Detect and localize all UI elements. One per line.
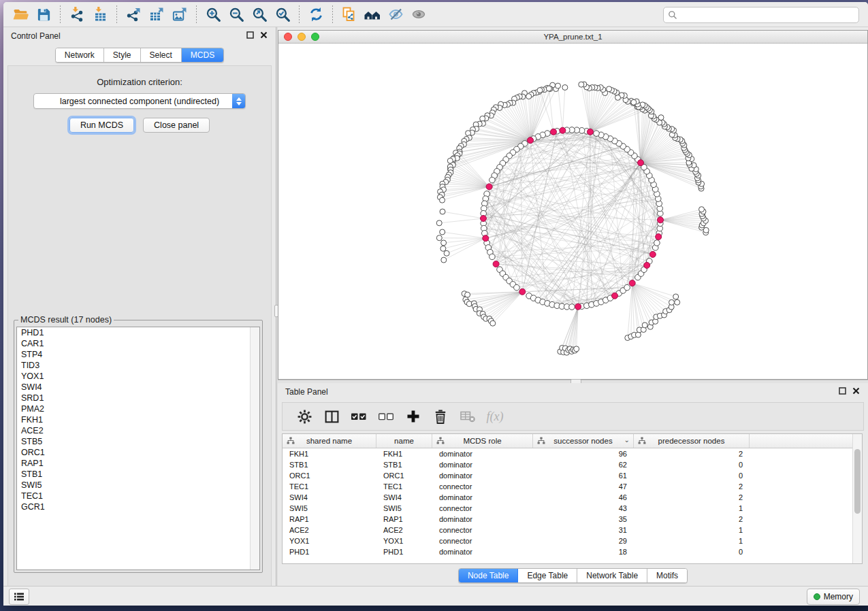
delete-table-button[interactable]	[454, 405, 481, 428]
function-builder-button[interactable]: f(x)	[481, 405, 509, 428]
mcds-result-item[interactable]: STB1	[17, 469, 259, 480]
mcds-result-list[interactable]: PHD1CAR1STP4TID3YOX1SWI4SRD1PMA2FKH1ACE2…	[16, 327, 260, 570]
tab-network[interactable]: Network	[56, 48, 104, 62]
mcds-result-item[interactable]: YOX1	[17, 371, 259, 382]
save-session-button[interactable]	[32, 4, 55, 24]
table-scrollbar[interactable]	[852, 434, 862, 563]
mcds-list-scrollbar[interactable]	[250, 327, 259, 569]
column-header-name[interactable]: name	[376, 434, 432, 448]
column-header-predecessor-nodes[interactable]: predecessor nodes	[634, 434, 750, 448]
column-header-mcds-role[interactable]: MCDS role	[432, 434, 533, 448]
mcds-result-item[interactable]: STB5	[17, 436, 259, 447]
fit-content-button[interactable]	[248, 4, 271, 24]
mcds-result-item[interactable]: TID3	[17, 360, 259, 371]
mcds-result-title: MCDS result (17 nodes)	[18, 315, 114, 325]
tab-select[interactable]: Select	[141, 48, 182, 62]
zoom-in-button[interactable]	[202, 4, 225, 24]
float-panel-icon[interactable]	[839, 387, 846, 395]
close-panel-icon[interactable]	[852, 387, 860, 395]
mcds-result-item[interactable]: PMA2	[17, 403, 259, 414]
table-row[interactable]: TEC1TEC1connector472	[283, 481, 862, 492]
column-settings-button[interactable]	[291, 405, 318, 428]
mcds-result-item[interactable]: PHD1	[17, 327, 259, 338]
tab-mcds[interactable]: MCDS	[182, 48, 223, 62]
cell-mcds-role: dominator	[432, 448, 533, 459]
node-table: shared namenameMCDS rolesuccessor nodes⌄…	[282, 433, 863, 564]
table-row[interactable]: PHD1PHD1dominator180	[283, 546, 862, 557]
table-row[interactable]: RAP1RAP1dominator352	[283, 514, 862, 525]
cell-name: TEC1	[376, 481, 432, 492]
network-window-titlebar[interactable]: YPA_prune.txt_1	[278, 31, 867, 44]
tab-node-table[interactable]: Node Table	[459, 569, 519, 582]
mcds-result-item[interactable]: STP4	[17, 349, 259, 360]
float-panel-icon[interactable]	[246, 31, 254, 39]
zoom-out-button[interactable]	[225, 4, 248, 24]
mcds-result-item[interactable]: SWI5	[17, 480, 259, 491]
table-row[interactable]: ORC1ORC1dominator610	[283, 470, 862, 481]
table-row[interactable]: SWI5SWI5connector431	[283, 503, 862, 514]
delete-table-icon	[460, 410, 476, 423]
mcds-result-item[interactable]: TEC1	[17, 491, 259, 501]
cell-successor-nodes: 29	[533, 535, 634, 546]
export-image-button[interactable]	[168, 4, 191, 24]
show-columns-button[interactable]	[318, 405, 345, 428]
minimize-window-icon[interactable]	[298, 33, 306, 41]
delete-column-button[interactable]	[427, 405, 454, 428]
cell-name: STB1	[376, 459, 432, 470]
eye-slash-icon	[387, 6, 404, 22]
select-all-rows-button[interactable]	[345, 405, 372, 428]
search-input[interactable]	[663, 7, 859, 23]
maximize-window-icon[interactable]	[311, 33, 319, 41]
mcds-result-item[interactable]: RAP1	[17, 458, 259, 469]
table-row[interactable]: FKH1FKH1dominator962	[283, 448, 862, 459]
tab-motifs[interactable]: Motifs	[647, 569, 687, 582]
table-row[interactable]: ACE2ACE2connector311	[283, 525, 862, 535]
mcds-result-item[interactable]: FKH1	[17, 414, 259, 425]
table-header-row: shared namenameMCDS rolesuccessor nodes⌄…	[283, 434, 862, 448]
hide-selected-button[interactable]	[384, 4, 407, 24]
column-header-shared-name[interactable]: shared name	[283, 434, 376, 448]
zoom-selected-button[interactable]	[271, 4, 294, 24]
main-toolbar	[3, 2, 868, 27]
tab-style[interactable]: Style	[104, 48, 141, 62]
table-row[interactable]: SWI4SWI4dominator462	[283, 492, 862, 503]
cell-successor-nodes: 43	[533, 503, 634, 514]
mcds-result-item[interactable]: ORC1	[17, 447, 259, 458]
cell-name: PHD1	[376, 546, 432, 557]
export-table-button[interactable]	[145, 4, 168, 24]
first-neighbors-button[interactable]	[361, 4, 384, 24]
deselect-all-rows-button[interactable]	[372, 405, 400, 428]
mcds-result-item[interactable]: SWI4	[17, 382, 259, 393]
import-table-button[interactable]	[89, 4, 112, 24]
duplicate-network-button[interactable]	[338, 4, 361, 24]
mcds-result-item[interactable]: ACE2	[17, 425, 259, 436]
close-panel-button[interactable]: Close panel	[143, 118, 210, 133]
column-header-successor-nodes[interactable]: successor nodes⌄	[533, 434, 634, 448]
close-panel-icon[interactable]	[260, 31, 268, 39]
scrollbar-thumb[interactable]	[854, 449, 861, 514]
show-panels-button[interactable]	[9, 589, 29, 605]
export-network-button[interactable]	[122, 4, 145, 24]
cell-shared-name: TEC1	[283, 481, 376, 492]
import-network-button[interactable]	[65, 4, 89, 24]
table-row[interactable]: STB1STB1dominator620	[283, 459, 862, 470]
run-mcds-button[interactable]: Run MCDS	[69, 118, 134, 133]
cell-successor-nodes: 47	[533, 481, 634, 492]
close-window-icon[interactable]	[284, 33, 292, 41]
add-column-button[interactable]	[400, 405, 427, 428]
network-canvas[interactable]	[278, 43, 864, 379]
tab-edge-table[interactable]: Edge Table	[518, 569, 577, 582]
memory-button[interactable]: Memory	[807, 589, 860, 605]
mcds-result-item[interactable]: GCR1	[17, 501, 259, 512]
export-network-icon	[125, 6, 142, 22]
tab-network-table[interactable]: Network Table	[577, 569, 647, 582]
open-file-button[interactable]	[9, 4, 32, 24]
optimization-criterion-select[interactable]: largest connected component (undirected)	[33, 93, 246, 109]
refresh-view-button[interactable]	[304, 4, 327, 24]
mcds-result-item[interactable]: CAR1	[17, 338, 259, 349]
show-all-button[interactable]	[407, 4, 430, 24]
refresh-icon	[308, 6, 325, 23]
cell-name: FKH1	[376, 448, 432, 459]
table-row[interactable]: YOX1YOX1connector291	[283, 535, 862, 546]
mcds-result-item[interactable]: SRD1	[17, 393, 259, 403]
